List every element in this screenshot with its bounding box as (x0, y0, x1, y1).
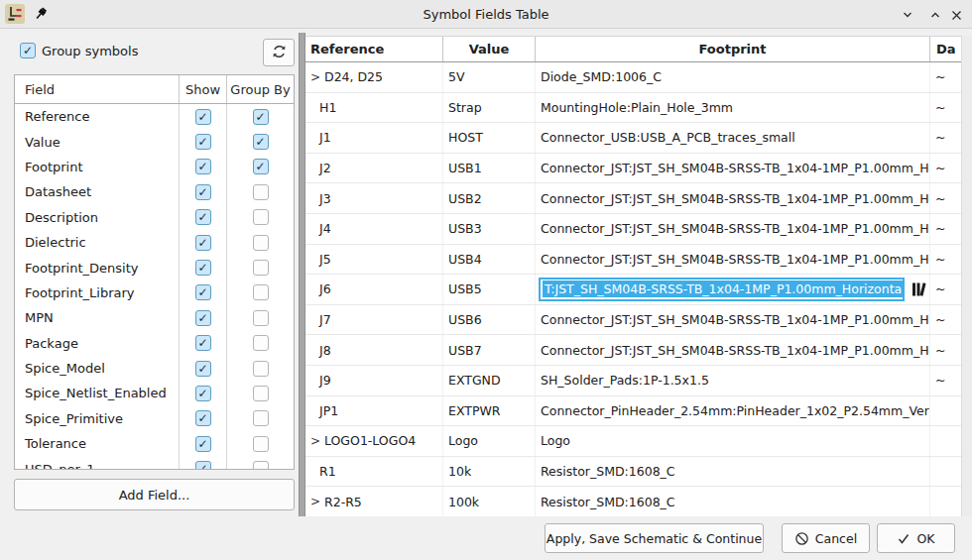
group-by-checkbox[interactable] (253, 260, 269, 276)
value-cell[interactable]: USB2 (443, 183, 536, 213)
value-cell[interactable]: EXTGND (443, 366, 536, 395)
show-checkbox[interactable]: ✓ (195, 209, 211, 225)
reference-cell[interactable]: >LOGO1-LOGO4 (305, 426, 443, 456)
footprint-cell[interactable]: Resistor_SMD:1608_C (536, 487, 930, 516)
chevron-down-icon[interactable] (898, 7, 917, 23)
value-column-header[interactable]: Value (443, 37, 536, 61)
reference-cell[interactable]: J5 (305, 245, 443, 275)
reference-cell[interactable]: J6 (305, 275, 443, 304)
group-by-checkbox[interactable]: ✓ (253, 134, 269, 150)
symbol-row[interactable]: J9EXTGNDSH_Solder_Pads:1P-1.5x1.5~ (305, 366, 961, 396)
footprint-cell[interactable]: T:JST_SH_SM04B-SRSS-TB_1x04-1MP_P1.00mm_… (536, 275, 930, 304)
symbol-row[interactable]: J6USB5T:JST_SH_SM04B-SRSS-TB_1x04-1MP_P1… (305, 275, 961, 305)
field-row[interactable]: Footprint✓✓ (15, 155, 294, 179)
close-icon[interactable] (946, 7, 966, 23)
footprint-cell[interactable]: Connector_PinHeader_2.54mm:PinHeader_1x0… (536, 396, 930, 426)
show-checkbox[interactable]: ✓ (195, 335, 211, 351)
group-by-checkbox[interactable] (253, 209, 269, 225)
reference-cell[interactable]: JP1 (305, 396, 443, 426)
footprint-cell[interactable]: MountingHole:Plain_Hole_3mm (536, 93, 930, 123)
expand-arrow-icon[interactable]: > (310, 495, 324, 508)
reference-cell[interactable]: J4 (305, 214, 443, 244)
value-cell[interactable]: USB5 (443, 275, 536, 304)
show-checkbox[interactable]: ✓ (195, 386, 211, 401)
value-cell[interactable]: Logo (443, 426, 536, 456)
value-cell[interactable]: USB4 (443, 245, 536, 275)
reference-cell[interactable]: R1 (305, 457, 443, 487)
reference-cell[interactable]: H1 (305, 93, 443, 123)
symbol-row[interactable]: J2USB1Connector_JST:JST_SH_SM04B-SRSS-TB… (305, 154, 961, 184)
datasheet-cell[interactable]: ~ (930, 245, 961, 275)
field-row[interactable]: Package✓ (15, 331, 294, 356)
group-symbols-option[interactable]: ✓ Group symbols (20, 42, 138, 59)
field-row[interactable]: Value✓✓ (15, 129, 294, 154)
add-field-button[interactable]: Add Field... (14, 479, 295, 510)
group-by-checkbox[interactable] (253, 335, 269, 351)
symbol-row[interactable]: >D24, D255VDiode_SMD:1006_C~ (305, 62, 961, 93)
datasheet-cell[interactable]: ~ (930, 214, 961, 244)
symbol-row[interactable]: JP1EXTPWRConnector_PinHeader_2.54mm:PinH… (305, 396, 961, 427)
value-cell[interactable]: USB7 (443, 335, 536, 365)
symbol-row[interactable]: J1HOSTConnector_USB:USB_A_PCB_traces_sma… (305, 123, 961, 154)
value-cell[interactable]: USB3 (443, 214, 536, 244)
field-row[interactable]: Footprint_Library✓ (15, 280, 294, 305)
show-checkbox[interactable]: ✓ (195, 310, 211, 326)
value-cell[interactable]: 10k (443, 457, 536, 487)
field-row[interactable]: Tolerance✓ (15, 431, 294, 456)
reference-cell[interactable]: J1 (305, 123, 443, 153)
symbol-row[interactable]: J8USB7Connector_JST:JST_SH_SM04B-SRSS-TB… (305, 335, 961, 366)
footprint-cell[interactable]: Connector_JST:JST_SH_SM04B-SRSS-TB_1x04-… (536, 214, 930, 244)
datasheet-cell[interactable]: ~ (930, 305, 961, 335)
show-checkbox[interactable]: ✓ (195, 284, 211, 300)
symbol-row[interactable]: J3USB2Connector_JST:JST_SH_SM04B-SRSS-TB… (305, 183, 961, 214)
value-cell[interactable]: HOST (443, 123, 536, 153)
symbol-row[interactable]: >R2-R5100kResistor_SMD:1608_C (305, 487, 961, 516)
show-checkbox[interactable]: ✓ (195, 361, 211, 377)
datasheet-cell[interactable]: ~ (930, 93, 961, 123)
group-symbols-checkbox[interactable]: ✓ (20, 43, 36, 58)
datasheet-cell[interactable]: ~ (930, 183, 961, 213)
apply-save-continue-button[interactable]: Apply, Save Schematic & Continue (545, 523, 764, 553)
expand-arrow-icon[interactable]: > (310, 70, 324, 84)
library-browse-icon[interactable] (911, 281, 927, 297)
group-by-checkbox[interactable] (253, 461, 269, 470)
show-checkbox[interactable]: ✓ (195, 410, 211, 426)
field-row[interactable]: MPN✓ (15, 305, 294, 330)
reference-column-header[interactable]: Reference (305, 37, 443, 61)
symbol-row[interactable]: J5USB4Connector_JST:JST_SH_SM04B-SRSS-TB… (305, 245, 961, 276)
group-by-checkbox[interactable] (253, 410, 269, 426)
field-row[interactable]: USD_per_1✓ (15, 456, 294, 470)
value-cell[interactable]: USB1 (443, 154, 536, 183)
footprint-column-header[interactable]: Footprint (536, 37, 930, 61)
value-cell[interactable]: Strap (443, 93, 536, 123)
reference-cell[interactable]: J9 (305, 366, 443, 395)
reference-cell[interactable]: J8 (305, 335, 443, 365)
field-row[interactable]: Reference✓✓ (15, 104, 294, 129)
field-row[interactable]: Datasheet✓ (15, 179, 294, 204)
show-checkbox[interactable]: ✓ (195, 235, 211, 251)
show-checkbox[interactable]: ✓ (195, 109, 211, 125)
ok-button[interactable]: OK (877, 523, 955, 553)
symbol-row[interactable]: >LOGO1-LOGO4LogoLogo (305, 426, 961, 457)
symbol-row[interactable]: J7USB6Connector_JST:JST_SH_SM04B-SRSS-TB… (305, 305, 961, 336)
value-cell[interactable]: USB6 (443, 305, 536, 335)
symbol-row[interactable]: H1StrapMountingHole:Plain_Hole_3mm~ (305, 93, 961, 124)
footprint-cell[interactable]: SH_Solder_Pads:1P-1.5x1.5 (536, 366, 930, 395)
group-by-checkbox[interactable] (253, 284, 269, 300)
footprint-cell[interactable]: Logo (536, 426, 930, 456)
chevron-up-icon[interactable] (925, 7, 945, 23)
show-checkbox[interactable]: ✓ (195, 159, 211, 174)
datasheet-cell[interactable]: ~ (930, 62, 961, 92)
symbol-row[interactable]: R110kResistor_SMD:1608_C (305, 457, 961, 488)
reference-cell[interactable]: J3 (305, 183, 443, 213)
group-by-checkbox[interactable]: ✓ (253, 159, 269, 174)
show-checkbox[interactable]: ✓ (195, 184, 211, 200)
field-row[interactable]: Footprint_Density✓ (15, 255, 294, 280)
panel-splitter[interactable] (299, 33, 305, 516)
field-row[interactable]: Spice_Model✓ (15, 356, 294, 381)
group-by-checkbox[interactable] (253, 184, 269, 200)
footprint-cell[interactable]: Connector_JST:JST_SH_SM04B-SRSS-TB_1x04-… (536, 183, 930, 213)
group-by-checkbox[interactable] (253, 436, 269, 452)
datasheet-cell[interactable]: ~ (930, 123, 961, 153)
footprint-cell[interactable]: Connector_JST:JST_SH_SM04B-SRSS-TB_1x04-… (536, 335, 930, 365)
